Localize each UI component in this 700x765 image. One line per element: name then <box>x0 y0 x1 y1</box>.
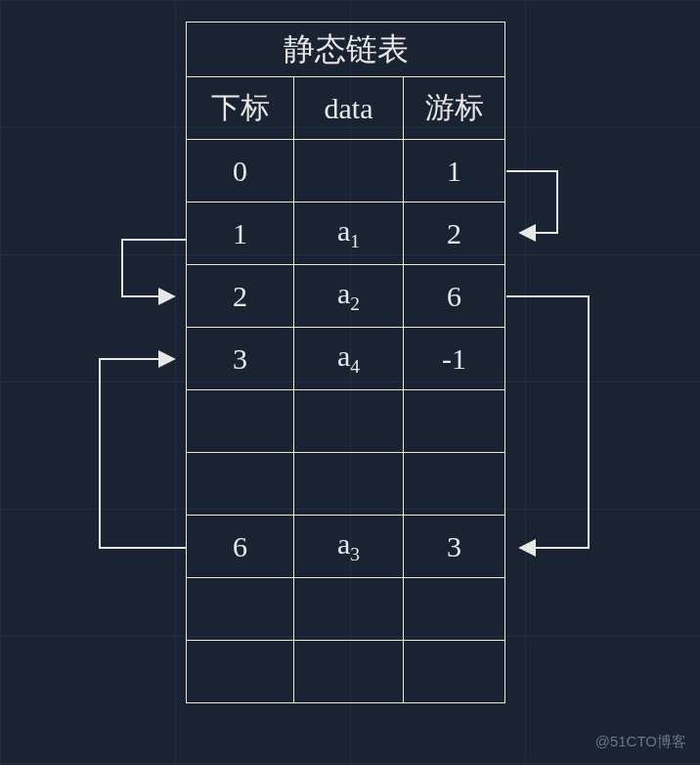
header-cursor: 游标 <box>404 77 505 140</box>
table-row <box>187 453 505 516</box>
cell-index <box>187 453 294 516</box>
cell-data: a1 <box>294 202 404 265</box>
table-row: 2 a2 6 <box>187 265 505 328</box>
table-row <box>187 641 505 703</box>
cell-index: 2 <box>187 265 294 328</box>
cell-cursor <box>404 578 505 641</box>
header-data: data <box>294 77 404 140</box>
cell-index: 6 <box>187 516 294 578</box>
cell-data <box>294 390 404 453</box>
cell-data: a4 <box>294 328 404 390</box>
table-title: 静态链表 <box>187 22 505 77</box>
cell-cursor: 1 <box>404 140 505 202</box>
cell-data: a2 <box>294 265 404 328</box>
cell-cursor <box>404 453 505 516</box>
header-index: 下标 <box>187 77 294 140</box>
cell-data <box>294 641 404 703</box>
cell-cursor <box>404 390 505 453</box>
watermark: @51CTO博客 <box>595 733 686 751</box>
cell-cursor <box>404 641 505 703</box>
cell-index: 3 <box>187 328 294 390</box>
cell-index <box>187 578 294 641</box>
table-row <box>187 578 505 641</box>
cell-cursor: 6 <box>404 265 505 328</box>
table-row: 3 a4 -1 <box>187 328 505 390</box>
table-row: 6 a3 3 <box>187 516 505 578</box>
cell-index: 1 <box>187 202 294 265</box>
cell-index: 0 <box>187 140 294 202</box>
table-row <box>187 390 505 453</box>
cell-index <box>187 390 294 453</box>
cell-index <box>187 641 294 703</box>
cell-data <box>294 453 404 516</box>
static-linked-list-table: 静态链表 下标 data 游标 0 1 1 a1 2 2 a2 6 3 a4 -… <box>186 22 505 703</box>
table-row: 1 a1 2 <box>187 202 505 265</box>
cell-cursor: 3 <box>404 516 505 578</box>
cell-data <box>294 578 404 641</box>
cell-cursor: 2 <box>404 202 505 265</box>
cell-data <box>294 140 404 202</box>
table-row: 0 1 <box>187 140 505 202</box>
cell-data: a3 <box>294 516 404 578</box>
cell-cursor: -1 <box>404 328 505 390</box>
